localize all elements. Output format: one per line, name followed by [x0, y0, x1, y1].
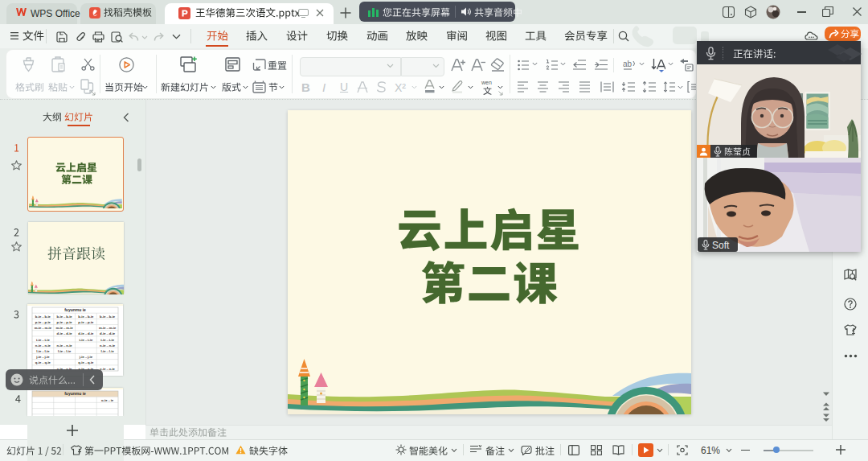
svg-text:wen: wen [481, 80, 492, 85]
svg-text:b-ie→b-ie: b-ie→b-ie [35, 315, 51, 319]
svg-text:fuyunmu ie: fuyunmu ie [64, 391, 86, 396]
svg-text:l-ie→l-ie: l-ie→l-ie [100, 349, 114, 353]
svg-text:d-ie→d-ie: d-ie→d-ie [78, 331, 94, 335]
svg-text:l-ie→l-ie: l-ie→l-ie [58, 349, 72, 353]
svg-text:b-ie→b-ie: b-ie→b-ie [78, 315, 94, 319]
svg-text:t-ie→t-ie: t-ie→t-ie [36, 338, 50, 342]
svg-text:l-ie→l-ie: l-ie→l-ie [36, 349, 50, 353]
svg-text:t-ie→t-ie: t-ie→t-ie [100, 338, 114, 342]
svg-text:d-ie→d-ie: d-ie→d-ie [100, 331, 116, 335]
svg-text:n-ie→n-ie: n-ie→n-ie [35, 344, 51, 348]
svg-text:n-ie→n-ie: n-ie→n-ie [57, 344, 73, 348]
svg-text:q-ie→q-ie: q-ie→q-ie [78, 360, 94, 364]
svg-text:m-ie→m-ie: m-ie→m-ie [35, 326, 52, 330]
svg-text:n-ie→n-ie: n-ie→n-ie [100, 344, 116, 348]
svg-text:t-ie→t-ie: t-ie→t-ie [80, 338, 93, 342]
svg-text:m-ie→m-ie: m-ie→m-ie [55, 326, 73, 330]
svg-text:p-ie→p-ie: p-ie→p-ie [57, 320, 73, 324]
svg-text:q-ie→q-ie: q-ie→q-ie [35, 360, 51, 364]
svg-text:p-ie→p-ie: p-ie→p-ie [78, 320, 94, 324]
svg-text:fuyunmu ie: fuyunmu ie [64, 307, 86, 312]
svg-text:j-ie→j-ie: j-ie→j-ie [35, 355, 50, 359]
svg-text:o-ie→ie: o-ie→ie [101, 398, 114, 402]
svg-text:b-ie→b-ie: b-ie→b-ie [100, 315, 116, 319]
svg-text:j-ie→j-ie: j-ie→j-ie [79, 355, 93, 359]
svg-text:p-ie→p-ie: p-ie→p-ie [35, 320, 51, 324]
svg-text:x-ie→x-ie: x-ie→x-ie [100, 367, 115, 371]
svg-text:m-ie→m-ie: m-ie→m-ie [99, 326, 117, 330]
svg-text:b-ie→b-ie: b-ie→b-ie [57, 315, 73, 319]
svg-text:ab: ab [623, 60, 633, 68]
svg-text:d-ie→d-ie: d-ie→d-ie [57, 331, 73, 335]
